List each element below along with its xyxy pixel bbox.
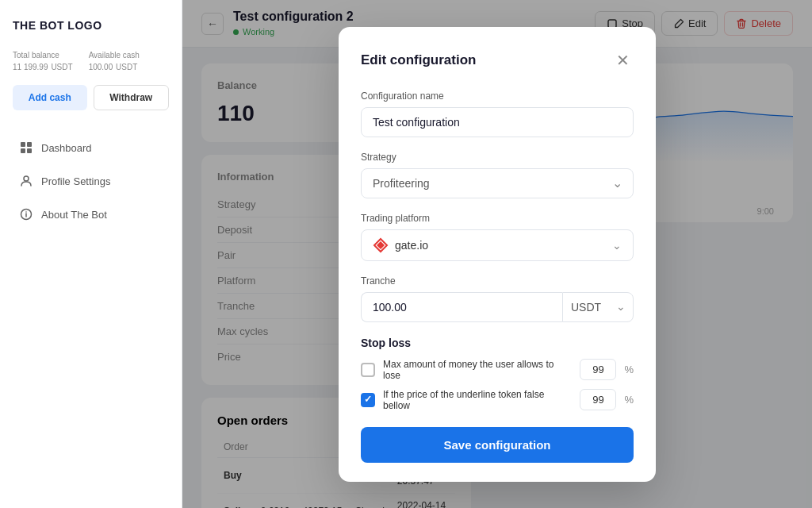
tranche-row: USDT BTC ETH	[361, 292, 634, 322]
tranche-label: Tranche	[361, 275, 634, 287]
svg-rect-2	[21, 148, 25, 153]
svg-point-4	[24, 176, 29, 181]
platform-group: Trading platform gate.io ⌄	[361, 213, 634, 261]
stop-loss-row-1: Max amount of money the user allows to l…	[361, 359, 634, 381]
available-cash-value: 100.00 USDT	[89, 60, 140, 72]
config-name-label: Configuration name	[361, 90, 634, 102]
tranche-currency-select-wrapper: USDT BTC ETH	[562, 292, 634, 322]
withdraw-button[interactable]: Withdraw	[94, 85, 170, 110]
svg-point-7	[25, 211, 27, 213]
grid-icon	[19, 140, 33, 155]
svg-rect-0	[21, 142, 25, 147]
pct-sign-2: %	[624, 394, 634, 406]
sidebar-item-dashboard[interactable]: Dashboard	[13, 133, 169, 163]
stop-loss-row-2: If the price of the underline token fals…	[361, 389, 634, 411]
tranche-input[interactable]	[361, 292, 562, 322]
strategy-select-wrapper: Profiteering Scalping Grid	[361, 168, 634, 198]
dashboard-label: Dashboard	[41, 142, 92, 154]
modal-close-button[interactable]: ✕	[611, 49, 634, 71]
strategy-select[interactable]: Profiteering Scalping Grid	[361, 168, 634, 198]
gate-icon	[373, 237, 389, 253]
stop-loss-value-1[interactable]	[580, 359, 616, 380]
strategy-label: Strategy	[361, 152, 634, 163]
platform-label: Trading platform	[361, 213, 634, 224]
tranche-group: Tranche USDT BTC ETH	[361, 275, 634, 322]
pct-sign-1: %	[624, 364, 634, 375]
stop-loss-title: Stop loss	[361, 337, 634, 349]
total-balance: Total balance 11 199.99 USDT	[13, 51, 73, 72]
edit-config-modal: Edit configuration ✕ Configuration name …	[339, 27, 656, 482]
modal-header: Edit configuration ✕	[361, 49, 634, 71]
sidebar-item-profile[interactable]: Profile Settings	[13, 166, 169, 196]
strategy-group: Strategy Profiteering Scalping Grid	[361, 152, 634, 198]
sidebar: THE BOT LOGO Total balance 11 199.99 USD…	[0, 0, 182, 508]
config-name-input[interactable]	[361, 107, 634, 137]
platform-value: gate.io	[395, 239, 428, 252]
platform-select[interactable]: gate.io ⌄	[361, 229, 634, 261]
stop-loss-label-1: Max amount of money the user allows to l…	[383, 359, 572, 381]
add-cash-button[interactable]: Add cash	[13, 85, 87, 110]
stop-loss-label-2: If the price of the underline token fals…	[383, 389, 572, 411]
profile-label: Profile Settings	[41, 175, 110, 187]
save-configuration-button[interactable]: Save configuration	[361, 427, 634, 463]
cash-actions: Add cash Withdraw	[13, 85, 169, 110]
stop-loss-checkbox-1[interactable]	[361, 363, 375, 377]
modal-title: Edit configuration	[361, 52, 476, 68]
sidebar-item-about[interactable]: About The Bot	[13, 199, 169, 229]
tranche-currency-select[interactable]: USDT BTC ETH	[562, 292, 634, 322]
svg-rect-3	[27, 148, 32, 153]
info-icon	[19, 207, 33, 221]
stop-loss-value-2[interactable]	[580, 389, 616, 410]
balance-row: Total balance 11 199.99 USDT Available c…	[13, 51, 169, 72]
modal-overlay: Edit configuration ✕ Configuration name …	[182, 0, 812, 508]
svg-rect-1	[27, 142, 32, 147]
user-icon	[19, 174, 33, 188]
stop-loss-checkbox-2[interactable]	[361, 393, 375, 407]
main-area: ← Test configuration 2 Working Stop Edit…	[182, 0, 812, 508]
total-balance-label: Total balance	[13, 51, 73, 60]
about-label: About The Bot	[41, 209, 107, 221]
stop-loss-section: Stop loss Max amount of money the user a…	[361, 337, 634, 411]
chevron-down-icon: ⌄	[612, 239, 622, 252]
total-balance-value: 11 199.99 USDT	[13, 60, 73, 72]
available-cash: Available cash 100.00 USDT	[89, 51, 140, 72]
logo: THE BOT LOGO	[13, 19, 169, 32]
available-cash-label: Available cash	[89, 51, 140, 60]
config-name-group: Configuration name	[361, 90, 634, 137]
